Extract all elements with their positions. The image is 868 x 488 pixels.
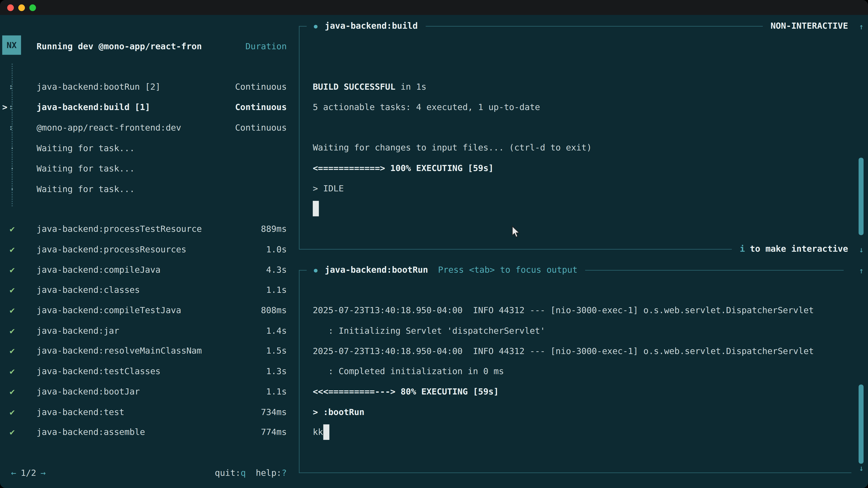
scroll-up-icon[interactable]: ↑ [855, 265, 868, 276]
completed-task-row[interactable]: ✔java-backend:compileJava4.3s [0, 260, 299, 280]
task-row[interactable]: ·Waiting for task... [0, 179, 299, 199]
task-duration: 1.3s [266, 366, 287, 377]
text-segment: 100% EXECUTING [59s] [385, 163, 494, 173]
task-duration: 774ms [261, 427, 287, 437]
text-segment: 2025-07-23T13:40:18.950-04:00 INFO 44312… [313, 346, 814, 356]
task-row[interactable]: ⠆java-backend:bootRun [2]Continuous [0, 76, 299, 97]
terminal-line: 5 actionable tasks: 4 executed, 1 up-to-… [313, 97, 592, 118]
text-segment: in 1s [395, 82, 426, 92]
top-panel-footer: i to make interactive [299, 243, 848, 255]
help-key: ? [282, 468, 287, 478]
task-label: java-backend:build [1] [37, 102, 235, 112]
scroll-down-icon[interactable]: ↓ [855, 462, 868, 474]
completed-task-row[interactable]: ✔java-backend:processResources1.0s [0, 239, 299, 260]
task-row[interactable]: >⠆java-backend:build [1]Continuous [0, 97, 299, 118]
terminal-line: Waiting for changes to input files... (c… [313, 138, 592, 158]
window-titlebar[interactable] [0, 0, 868, 15]
terminal-cursor [313, 201, 319, 217]
top-panel-border-stub [299, 26, 307, 26]
text-segment: Waiting for changes to input files... (c… [313, 143, 592, 153]
completed-task-row[interactable]: ✔java-backend:test734ms [0, 402, 299, 422]
terminal-line: > IDLE [313, 178, 592, 199]
task-duration: Continuous [235, 123, 287, 132]
interactive-hint-text: to make interactive [750, 244, 848, 254]
scroll-down-icon[interactable]: ↓ [855, 244, 868, 255]
nx-terminal-window: NX Running dev @mono-app/react-fron Dura… [0, 0, 868, 488]
task-label: java-backend:jar [37, 326, 266, 336]
completed-task-row[interactable]: ✔java-backend:compileTestJava808ms [0, 300, 299, 321]
top-panel-left-border [299, 26, 299, 249]
focus-output-hint: Press <tab> to focus output [438, 265, 578, 275]
bottom-panel-title-bar[interactable]: ● java-backend:bootRun Press <tab> to fo… [299, 265, 851, 275]
top-panel-scrollbar-thumb[interactable] [859, 158, 864, 235]
terminal-line: kk [313, 422, 814, 443]
top-panel-title-bar[interactable]: ● java-backend:build NON-INTERACTIVE [299, 21, 848, 32]
close-button[interactable] [7, 4, 14, 11]
check-icon: ✔ [0, 346, 24, 356]
task-label: java-backend:compileTestJava [37, 305, 261, 315]
top-panel-footer-rule [299, 249, 732, 249]
task-duration: 1.0s [266, 245, 287, 255]
bottom-panel-bottom-border [299, 473, 851, 473]
pagination-next-icon[interactable]: → [41, 468, 46, 478]
selected-task-caret-icon: > [2, 102, 7, 112]
running-marker-icon: ⠆ [0, 82, 24, 92]
terminal-line: BUILD SUCCESSFUL in 1s [313, 77, 592, 97]
bottom-panel-left-border [299, 270, 299, 473]
waiting-marker-icon: · [0, 143, 24, 153]
task-duration: 1.5s [266, 346, 287, 356]
terminal-line: <<<=========---> 80% EXECUTING [59s] [313, 382, 814, 402]
text-segment: 80% EXECUTING [59s] [395, 387, 499, 397]
quit-label: quit: [215, 468, 241, 478]
zoom-button[interactable] [29, 4, 36, 11]
task-row[interactable]: ·Waiting for task... [0, 138, 299, 158]
pagination-page: 1/2 [21, 468, 36, 478]
completed-task-row[interactable]: ✔java-backend:testClasses1.3s [0, 361, 299, 382]
task-duration: 808ms [261, 305, 287, 315]
completed-task-row[interactable]: ✔java-backend:processTestResource889ms [0, 219, 299, 239]
help-label: help: [256, 468, 281, 478]
task-status-dot-icon: ● [314, 22, 318, 30]
check-icon: ✔ [0, 366, 24, 377]
task-row[interactable]: ⠆@mono-app/react-frontend:devContinuous [0, 117, 299, 138]
task-label: Waiting for task... [37, 184, 287, 194]
check-icon: ✔ [0, 305, 24, 315]
task-label: java-backend:compileJava [37, 265, 266, 275]
text-segment: < [313, 163, 318, 173]
completed-task-row[interactable]: ✔java-backend:assemble774ms [0, 422, 299, 442]
task-label: java-backend:testClasses [37, 366, 266, 377]
task-label: Waiting for task... [37, 164, 287, 173]
check-icon: ✔ [0, 407, 24, 417]
task-label: java-backend:processResources [37, 245, 266, 255]
completed-task-row[interactable]: ✔java-backend:classes1.1s [0, 280, 299, 300]
text-segment: : Initializing Servlet 'dispatcherServle… [313, 326, 545, 336]
check-icon: ✔ [0, 427, 24, 437]
pagination-prev-icon[interactable]: ← [11, 468, 16, 478]
scroll-up-icon[interactable]: ↑ [855, 21, 868, 32]
quit-key: q [241, 468, 246, 478]
minimize-button[interactable] [18, 4, 25, 11]
bottom-panel-scrollbar-thumb[interactable] [859, 385, 864, 464]
completed-task-row[interactable]: ✔java-backend:bootJar1.1s [0, 382, 299, 402]
waiting-marker-icon: · [0, 184, 24, 194]
text-segment: > :bootRun [313, 407, 365, 417]
completed-task-row[interactable]: ✔java-backend:resolveMainClassNam1.5s [0, 341, 299, 361]
task-row[interactable]: ·Waiting for task... [0, 158, 299, 179]
text-segment: ========= [328, 387, 375, 397]
text-segment: ============ [318, 163, 380, 173]
completed-task-row[interactable]: ✔java-backend:jar1.4s [0, 321, 299, 341]
running-marker-icon: ⠆ [0, 123, 24, 132]
task-duration: 734ms [261, 407, 287, 417]
interactive-key-hint: i [740, 244, 745, 254]
terminal-line: 2025-07-23T13:40:18.950-04:00 INFO 44312… [313, 341, 814, 361]
task-duration: 1.4s [266, 326, 287, 336]
completed-task-list: ✔java-backend:processTestResource889ms✔j… [0, 219, 299, 442]
task-sidebar: NX Running dev @mono-app/react-fron Dura… [0, 15, 299, 488]
terminal-line: <============> 100% EXECUTING [59s] [313, 158, 592, 178]
text-segment: 2025-07-23T13:40:18.950-04:00 INFO 44312… [313, 306, 814, 316]
task-duration: 889ms [261, 224, 287, 234]
task-label: java-backend:processTestResource [37, 224, 261, 234]
terminal-line: 2025-07-23T13:40:18.950-04:00 INFO 44312… [313, 300, 814, 321]
terminal-line [313, 199, 592, 219]
sidebar-footer: ← 1/2 → quit: q help: ? [0, 465, 299, 481]
